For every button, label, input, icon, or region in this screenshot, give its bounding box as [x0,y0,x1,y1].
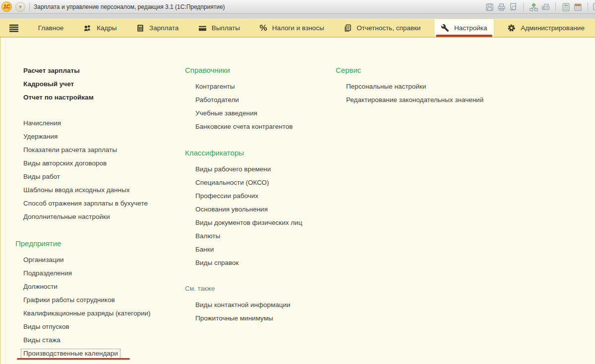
menu-link[interactable]: Профессии рабочих [195,189,334,203]
wrench-icon [441,24,449,32]
menu-link[interactable]: Специальности (ОКСО) [195,176,334,189]
system-menu-button[interactable]: ▼ [15,2,25,12]
menu-link[interactable]: Виды документов физических лиц [195,216,334,229]
group-header-klassifikatory: Классификаторы [185,145,334,160]
titlebar-toolbar [483,0,595,14]
tab-nastroyka[interactable]: Настройка [434,19,494,37]
toolbar-separator [523,2,524,11]
clipped-toolbar-icon[interactable] [592,2,595,12]
menu-link[interactable]: Шаблоны ввода исходных данных [23,183,179,197]
toolbar-separator [588,2,588,11]
menu-column-2: Справочники Контрагенты Работодатели Уче… [185,38,334,325]
menu-link[interactable]: Виды контактной информации [195,298,334,312]
titlebar-separator [29,2,30,11]
1c-logo-icon: 1С [1,1,12,12]
tab-glavnoe[interactable]: Главное [32,19,70,37]
print-preview-icon[interactable] [507,1,519,13]
menu-link[interactable]: Редактирование законодательных значений [346,93,504,106]
calculator-icon[interactable] [560,1,572,13]
gear-icon [507,24,516,32]
main-menu-button[interactable] [3,19,25,37]
menu-link[interactable]: Основания увольнения [195,203,334,216]
hamburger-icon [9,24,19,32]
menu-link[interactable]: Контрагенты [195,80,334,93]
calendar-icon[interactable] [572,1,584,13]
calculator-grid-icon [136,24,144,32]
fax-icon[interactable] [539,1,551,13]
tab-vyplaty[interactable]: Выплаты [192,19,246,37]
menu-link[interactable]: Виды рабочего времени [195,162,334,176]
tab-label: Настройка [454,24,487,32]
window-title: Зарплата и управление персоналом, редакц… [34,3,225,10]
menu-column-1: Расчет зарплаты Кадровый учет Отчет по н… [15,38,179,360]
menu-link[interactable]: Учебные заведения [195,106,334,120]
group-header-predpriyatie: Предприятие [15,236,179,251]
toolbar-separator [555,2,556,11]
menu-link[interactable]: Виды работ [23,170,179,183]
group-header-servis: Сервис [336,62,504,77]
window-titlebar: 1С ▼ Зарплата и управление персоналом, р… [0,0,595,14]
tab-administrirovanie[interactable]: Администрирование [501,19,591,37]
menu-link[interactable]: Валюты [195,229,334,243]
menu-link[interactable]: Банковские счета контрагентов [195,120,334,133]
menu-link[interactable]: Способ отражения зарплаты в бухучете [23,197,179,210]
panel-edge-line [5,38,6,364]
focused-menu-link-label: Производственные календари [21,349,120,358]
print-icon[interactable] [495,1,507,13]
tab-label: Главное [38,24,64,32]
tab-zarplata[interactable]: Зарплата [130,19,185,37]
save-icon[interactable] [483,1,495,13]
menu-link[interactable]: Показатели расчета зарплаты [23,143,179,156]
group-header-spravochniki: Справочники [185,62,334,77]
annotation-underline-kalendari [17,358,130,360]
menu-link[interactable]: Персональные настройки [346,80,504,93]
menu-link[interactable]: Подразделения [23,266,179,280]
tab-label: Зарплата [149,24,178,32]
card-icon [198,24,207,32]
menu-column-3: Сервис Персональные настройки Редактиров… [336,38,504,106]
menu-link[interactable]: Организации [23,253,179,266]
menu-link[interactable]: Должности [23,280,179,293]
menu-command[interactable]: Расчет зарплаты [23,64,179,77]
tab-label: Кадры [97,24,117,32]
documents-icon [344,24,352,32]
menu-link-proizvodstvennye-kalendari[interactable]: Производственные календари [23,347,179,360]
structure-icon[interactable] [528,1,539,13]
tab-label: Налоги и взносы [272,24,324,32]
menu-link[interactable]: Виды стажа [23,333,179,347]
menu-link[interactable]: Квалификационные разряды (категории) [23,307,179,320]
tab-label: Отчетность, справки [357,24,420,32]
tab-otchetnost-spravki[interactable]: Отчетность, справки [337,19,427,37]
menu-link[interactable]: Виды справок [195,256,334,269]
group-header-see-also: См. также [185,282,334,294]
menu-link[interactable]: Банки [195,243,334,256]
menu-link[interactable]: Прожиточные минимумы [195,312,334,325]
tab-label: Администрирование [521,24,585,32]
menu-link[interactable]: Работодатели [195,93,334,106]
menu-link[interactable]: Начисления [23,116,179,130]
menu-link[interactable]: Виды авторских договоров [23,156,179,170]
menu-command[interactable]: Отчет по настройкам [23,91,179,104]
tab-label: Выплаты [212,24,240,32]
menu-link[interactable]: Графики работы сотрудников [23,293,179,307]
annotation-underline-nastroyka [436,35,492,37]
tab-kadry[interactable]: Кадры [77,19,123,37]
menu-command[interactable]: Кадровый учет [23,77,179,91]
section-panel: Главное Кадры Зарплата Выплаты [0,19,595,38]
menu-link[interactable]: Удержания [23,130,179,143]
percent-icon: % [260,24,267,32]
menu-link[interactable]: Виды отпусков [23,320,179,333]
menu-link[interactable]: Дополнительные настройки [23,210,179,223]
people-icon [83,24,92,32]
nastroyka-menu-panel: Расчет зарплаты Кадровый учет Отчет по н… [0,38,595,364]
tab-nalogi-i-vznosy[interactable]: % Налоги и взносы [253,19,331,37]
